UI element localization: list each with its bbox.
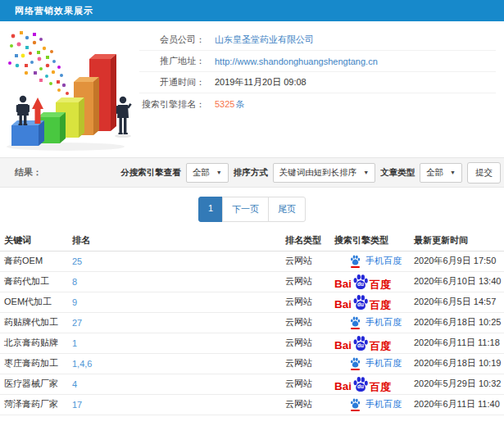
page-button[interactable]: 下一页 [222,197,269,222]
table-body: 膏药OEM25云网站手机百度2020年6月9日 17:50膏药代加工8云网站Ba… [0,251,504,415]
page-button[interactable]: 尾页 [268,197,306,222]
filter-select-1[interactable]: 关键词由短到长排序▼ [273,163,375,183]
updated-cell: 2020年6月9日 17:50 [410,251,504,271]
info-row: 搜索引擎排名：5325条 [139,93,496,115]
confetti-dots [8,31,69,95]
rank-cell: 25 [68,251,281,271]
rank-cell: 27 [68,312,281,333]
filter-select-0[interactable]: 全部▼ [186,163,229,183]
baidu-logo-cn: 百度 [370,300,391,310]
updated-cell: 2020年6月18日 10:19 [410,353,504,374]
mobile-baidu-logo: 手机百度 [350,398,402,411]
table-row: 膏药OEM25云网站手机百度2020年6月9日 17:50 [0,251,504,271]
keyword-cell: OEM代加工 [0,292,68,312]
engine-cell: Baidu百度 [330,271,410,292]
info-label: 开通时间： [139,76,205,88]
info-row: 开通时间：2019年11月20日 09:08 [139,72,496,93]
keyword-cell: 膏药OEM [0,251,68,271]
filter-select-2[interactable]: 全部▼ [420,163,462,183]
rank-type-cell: 云网站 [281,312,330,333]
baidu-logo-du: du [357,282,364,288]
rank-type-cell: 云网站 [281,271,330,292]
baidu-logo-du: du [357,343,364,349]
rank-link[interactable]: 8 [72,277,77,287]
baidu-logo-cn: 百度 [370,382,391,392]
keyword-cell: 北京膏药贴牌 [0,333,68,353]
filter-label-0: 分搜索引擎查看 [120,167,181,179]
baidu-paw-icon [350,357,361,368]
rank-cell: 1,4,6 [68,353,281,374]
baidu-logo-text: Bai [334,299,352,310]
column-header: 排名类型 [281,230,330,251]
rank-link[interactable]: 27 [72,318,82,328]
rank-type-cell: 云网站 [281,353,330,374]
baidu-logo: Baidu百度 [334,294,391,310]
baidu-paw-icon [350,316,361,327]
rank-link[interactable]: 1 [72,338,77,348]
baidu-paw-icon [350,255,361,265]
engine-name: 手机百度 [366,255,402,267]
rank-type-cell: 云网站 [281,251,330,271]
baidu-logo-text: Bai [334,381,352,392]
keyword-cell: 枣庄膏药加工 [0,353,68,374]
baidu-logo-du: du [357,384,364,390]
baidu-logo-text: Bai [334,340,352,351]
pagination-wrap: 1下一页尾页 [0,188,504,230]
rank-cell: 1 [68,333,281,353]
engine-cell: 手机百度 [330,251,410,271]
filter-label-2: 文章类型 [380,167,415,179]
header-bar: 网络营销效果展示 [0,0,504,21]
updated-cell: 2020年6月11日 11:18 [410,333,504,353]
updated-cell: 2020年6月10日 13:40 [410,271,504,292]
info-label: 会员公司： [139,34,205,46]
rank-cell: 9 [68,292,281,312]
engine-cell: 手机百度 [330,394,410,415]
rank-link[interactable]: 17 [72,400,82,410]
selected-value: 全部 [193,167,210,179]
baidu-underline [351,369,360,370]
rank-type-cell: 云网站 [281,374,330,394]
page-title: 网络营销效果展示 [15,5,93,17]
selected-value: 全部 [426,167,443,179]
rank-cell: 17 [68,394,281,415]
info-link[interactable]: 山东皇圣堂药业有限公司 [215,34,314,46]
page-current[interactable]: 1 [198,197,223,222]
baidu-underline [351,328,360,329]
rank-type-cell: 云网站 [281,394,330,415]
info-row: 推广地址：http://www.shandonghuangshengtang.c… [139,51,496,72]
selected-value: 关键词由短到长排序 [279,167,357,179]
info-link[interactable]: http://www.shandonghuangshengtang.cn [215,57,378,66]
keyword-cell: 膏药代加工 [0,271,68,292]
engine-cell: 手机百度 [330,312,410,333]
baidu-logo: Baidu百度 [334,335,391,351]
info-list: 会员公司：山东皇圣堂药业有限公司推广地址：http://www.shandong… [139,26,504,157]
table-row: OEM代加工9云网站Baidu百度2020年6月5日 14:57 [0,292,504,312]
filter-groups: 分搜索引擎查看全部▼排序方式关键词由短到长排序▼文章类型全部▼ [120,163,462,183]
engine-cell: Baidu百度 [330,292,410,312]
caret-down-icon: ▼ [450,170,456,175]
updated-cell: 2020年5月29日 10:32 [410,374,504,394]
rank-link[interactable]: 9 [72,297,77,307]
table-row: 药贴牌代加工27云网站手机百度2020年6月18日 10:25 [0,312,504,333]
table-row: 枣庄膏药加工1,4,6云网站手机百度2020年6月18日 10:19 [0,353,504,374]
rank-type-cell: 云网站 [281,333,330,353]
column-header: 关键词 [0,230,68,251]
engine-name: 手机百度 [366,316,402,329]
baidu-logo-cn: 百度 [370,341,391,351]
baidu-paw-icon [350,398,361,409]
rank-link[interactable]: 25 [72,256,82,266]
keyword-cell: 医疗器械厂家 [0,374,68,394]
mobile-baidu-logo: 手机百度 [350,316,402,329]
info-label: 推广地址： [139,55,205,67]
baidu-logo-du: du [357,302,364,308]
submit-button[interactable]: 提交 [467,162,501,184]
filter-bar: 结果： 分搜索引擎查看全部▼排序方式关键词由短到长排序▼文章类型全部▼ 提交 [0,157,504,188]
ranking-count: 5325 [215,99,234,109]
table-row: 北京膏药贴牌1云网站Baidu百度2020年6月11日 11:18 [0,333,504,353]
keyword-cell: 药贴牌代加工 [0,312,68,333]
rank-link[interactable]: 4 [72,379,77,389]
rank-type-cell: 云网站 [281,292,330,312]
rank-link[interactable]: 1,4,6 [72,359,92,369]
baidu-logo-cn: 百度 [370,279,391,290]
column-header: 排名 [68,230,281,251]
